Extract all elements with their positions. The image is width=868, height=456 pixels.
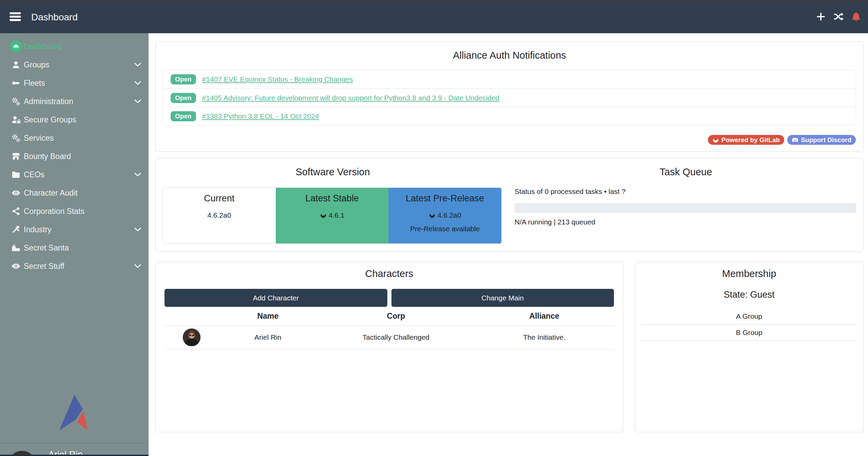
task-queue-status: Status of 0 processed tasks • last ?	[515, 187, 625, 196]
gauge-icon	[10, 41, 22, 52]
sidebar-item-secure-groups[interactable]: Secure Groups	[0, 111, 149, 129]
sidebar-item-label: Bounty Board	[24, 152, 71, 161]
sidebar-item-label: Corporation Stats	[24, 207, 84, 216]
notification-row: Open#1405 Advisory: Future development w…	[163, 88, 856, 107]
sidebar-item-industry[interactable]: Industry	[0, 220, 149, 239]
chevron-down-icon	[134, 61, 142, 69]
sidebar-item-fleets[interactable]: Fleets	[0, 74, 149, 92]
sidebar-divider	[0, 443, 149, 443]
header-name: Name	[218, 312, 317, 321]
hamburger-icon	[9, 10, 22, 23]
badge-label: Support Discord	[801, 136, 851, 144]
chevron-down-icon	[134, 97, 142, 105]
version-stable-cell: Latest Stable 4.6.1	[276, 188, 389, 243]
gitlab-icon	[320, 212, 327, 219]
version-prerelease-note: Pre-Release available	[388, 225, 501, 233]
change-main-button[interactable]: Change Main	[391, 289, 614, 307]
sidebar-item-secret-santa[interactable]: Secret Santa	[0, 239, 149, 257]
sidebar-item-label: Groups	[24, 60, 49, 70]
version-current-heading: Current	[163, 193, 276, 204]
version-prerelease-heading: Latest Pre-Release	[388, 193, 501, 204]
shuttle-icon	[10, 77, 22, 89]
characters-card: Characters Add Character Change Main Nam…	[155, 262, 623, 432]
list-item: A Group	[640, 308, 858, 324]
status-badge: Open	[171, 111, 196, 121]
sidebar-item-secret-stuff[interactable]: Secret Stuff	[0, 257, 149, 275]
shuffle-icon	[833, 12, 844, 22]
version-stable-value: 4.6.1	[329, 211, 345, 219]
version-stable-heading: Latest Stable	[276, 193, 389, 204]
notification-row: Open#1407 EVE Equinox Status - Breaking …	[163, 70, 856, 88]
eye-icon	[10, 260, 22, 272]
avatar	[183, 329, 200, 346]
sidebar-item-label: Services	[24, 134, 54, 143]
membership-group-list: A GroupB Group	[640, 308, 858, 341]
notification-row: Open#1383 Python 3.8 EOL - 14 Oct 2024	[163, 107, 856, 125]
notifications-card: Alliance Auth Notifications Open#1407 EV…	[155, 41, 864, 152]
chevron-down-icon	[134, 79, 142, 87]
sidebar-item-administration[interactable]: Administration	[0, 92, 149, 111]
cell-corp: Tactically Challenged	[317, 333, 475, 341]
status-badge: Open	[171, 74, 196, 84]
share-nodes-icon	[10, 205, 22, 217]
folder-icon	[10, 169, 22, 180]
alliance-auth-logo	[54, 393, 92, 432]
switch-character-button[interactable]	[833, 12, 844, 22]
notifications-list: Open#1407 EVE Equinox Status - Breaking …	[163, 70, 856, 125]
header-corp: Corp	[317, 312, 475, 321]
top-accent-strip	[0, 0, 868, 1]
bell-icon	[851, 12, 861, 22]
sidebar-item-label: Dashboard	[24, 42, 62, 51]
notifications-title: Alliance Auth Notifications	[156, 50, 863, 61]
notifications-button[interactable]	[851, 12, 861, 22]
navbar: Dashboard	[0, 0, 868, 33]
task-queue-progressbar	[515, 203, 856, 213]
gifts-icon	[10, 242, 22, 254]
badge-label: Powered by GitLab	[721, 136, 780, 144]
notification-link[interactable]: #1407 EVE Equinox Status - Breaking Chan…	[202, 75, 353, 83]
gitlab-icon	[429, 212, 436, 219]
gears-icon	[10, 96, 22, 107]
user-icon	[10, 59, 22, 71]
status-badge: Open	[171, 93, 196, 103]
list-item: B Group	[640, 324, 858, 341]
powered-by-gitlab-badge[interactable]: Powered by GitLab	[708, 135, 784, 145]
sidebar-item-corporation-stats[interactable]: Corporation Stats	[0, 202, 149, 220]
page-title: Dashboard	[31, 0, 78, 33]
chevron-down-icon	[134, 171, 142, 179]
support-discord-badge[interactable]: Support Discord	[787, 135, 856, 145]
chevron-down-icon	[134, 225, 142, 234]
sidebar-item-label: Character Audit	[24, 189, 78, 198]
sidebar-item-ceos[interactable]: CEOs	[0, 165, 149, 184]
sidebar-item-label: Secure Groups	[24, 115, 76, 124]
sidebar-item-bounty-board[interactable]: Bounty Board	[0, 147, 149, 165]
sidebar-footer-strip	[0, 455, 149, 456]
sidebar-item-label: Secret Santa	[24, 243, 69, 253]
version-taskqueue-card: Software Version Current 4.6.2a0 Latest …	[155, 158, 864, 252]
sidebar-item-label: CEOs	[24, 170, 44, 179]
plus-icon	[816, 12, 826, 22]
sidebar: DashboardGroupsFleetsAdministrationSecur…	[0, 33, 149, 456]
table-header-row: Name Corp Alliance	[165, 307, 614, 326]
user-lock-icon	[10, 114, 22, 125]
add-character-quick-button[interactable]	[816, 12, 826, 22]
hamburger-menu-button[interactable]	[9, 10, 22, 23]
cell-name: Ariel Rin	[218, 333, 317, 341]
sidebar-item-groups[interactable]: Groups	[0, 56, 149, 74]
table-row: Ariel RinTactically ChallengedThe Initia…	[165, 326, 614, 349]
eye-icon	[10, 187, 22, 199]
membership-card: Membership State: Guest A GroupB Group	[635, 262, 864, 432]
characters-title: Characters	[156, 268, 623, 279]
sidebar-item-dashboard[interactable]: Dashboard	[0, 37, 149, 56]
sidebar-item-label: Fleets	[24, 79, 45, 88]
cell-alliance: The Initiative.	[475, 333, 614, 341]
version-prerelease-cell: Latest Pre-Release 4.6.2a0 Pre-Release a…	[388, 188, 501, 243]
version-table: Current 4.6.2a0 Latest Stable 4.6.1 Late…	[162, 187, 502, 244]
sidebar-item-label: Industry	[24, 225, 52, 234]
sidebar-item-services[interactable]: Services	[0, 129, 149, 147]
task-queue-title: Task Queue	[515, 166, 857, 178]
notification-link[interactable]: #1405 Advisory: Future development will …	[202, 94, 500, 102]
notification-link[interactable]: #1383 Python 3.8 EOL - 14 Oct 2024	[202, 112, 319, 120]
sidebar-item-character-audit[interactable]: Character Audit	[0, 184, 149, 202]
add-character-button[interactable]: Add Character	[165, 289, 387, 307]
